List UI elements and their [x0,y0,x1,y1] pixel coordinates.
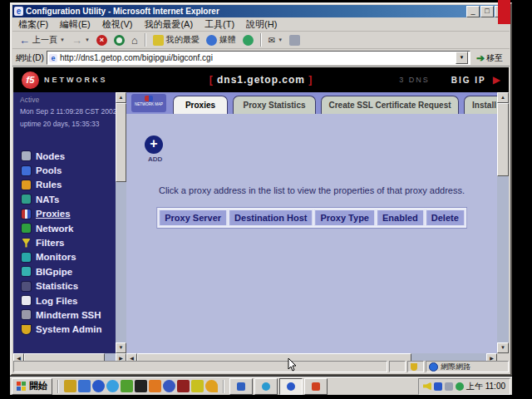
sidebar-item-pools[interactable]: Pools [22,163,113,177]
quicklaunch-icon[interactable] [92,380,105,392]
tab-proxy-statistics[interactable]: Proxy Statistics [233,96,316,114]
quicklaunch-icon[interactable] [149,380,161,392]
menu-help[interactable]: 說明(H) [240,18,283,31]
print-button[interactable] [286,34,303,47]
forward-button[interactable]: → ▼ [68,33,93,47]
column-enabled[interactable]: Enabled [377,209,424,226]
menu-file[interactable]: 檔案(F) [12,18,54,31]
main-panel: + ADD Click a proxy address in the list … [126,114,497,353]
sidebar-item-label: Nodes [36,151,65,161]
desktop: e Configuration Utility - Microsoft Inte… [10,2,512,395]
forward-dropdown-icon[interactable]: ▼ [85,37,90,42]
sidebar-item-nodes[interactable]: Nodes [22,149,113,163]
go-button[interactable]: ➔ 移至 [473,52,506,64]
quicklaunch-icon[interactable] [191,380,204,392]
sidebar-item-system-admin[interactable]: System Admin [22,323,113,337]
sidebar-item-proxies[interactable]: Proxies [22,207,113,221]
status-zone-pane: 網際網路 [426,361,509,372]
app-icon [237,382,245,391]
network-map-button[interactable]: NETWORK MAP [131,94,166,112]
mouse-cursor [288,357,298,372]
column-proxy-type[interactable]: Proxy Type [314,209,375,226]
sidebar-item-filters[interactable]: Filters [22,235,113,249]
scroll-thumb[interactable] [497,103,509,176]
sidebar-uptime: uptime 20 days, 15:35:33 [20,120,99,128]
scroll-down-icon[interactable]: ▼ [497,342,509,353]
tray-icon[interactable] [445,382,453,391]
add-button[interactable]: + [145,135,163,154]
sidebar-item-log-files[interactable]: Log Files [22,293,113,308]
print-icon [289,35,300,46]
filters-icon [22,239,31,248]
quicklaunch-icon[interactable] [106,380,119,392]
url-input[interactable]: e http://dns1.getop.com/bigipgui/bigconf… [47,51,470,65]
quicklaunch-icon[interactable] [121,380,133,392]
sidebar-item-bigpipe[interactable]: BIGpipe [22,264,113,278]
tab-proxies[interactable]: Proxies [173,96,228,114]
mail-dropdown-icon[interactable]: ▼ [278,37,283,42]
sidebar-item-statistics[interactable]: Statistics [22,279,113,293]
status-pane [389,361,406,372]
nav-bigip[interactable]: BIG IP [451,76,486,85]
sidebar-item-nats[interactable]: NATs [22,192,113,206]
sidebar-item-mindterm-ssh[interactable]: Mindterm SSH [22,308,113,322]
clock[interactable]: 上午 11:00 [466,381,505,392]
sidebar-scrollbar[interactable]: ▲ ▼ [116,92,126,353]
quicklaunch-icon[interactable] [78,380,91,392]
stop-button[interactable]: × [93,34,111,47]
scroll-up-icon[interactable]: ▲ [116,92,126,103]
start-button[interactable]: 開始 [12,378,52,395]
task-button[interactable] [254,378,278,395]
nats-icon [22,195,31,204]
tab-install-ssl-certificate[interactable]: Install SSL Certif [464,96,497,114]
media-button[interactable]: 媒體 [203,33,239,47]
refresh-button[interactable] [111,34,128,47]
url-text[interactable]: http://dns1.getop.com/bigipgui/bigconf.c… [60,53,456,62]
column-destination-host[interactable]: Destination Host [229,209,313,226]
minimize-button[interactable]: _ [466,6,480,17]
menu-view[interactable]: 檢視(V) [96,18,139,31]
sidebar-item-monitors[interactable]: Monitors [22,250,113,264]
nodes-icon [22,151,31,160]
menu-edit[interactable]: 編輯(E) [54,18,96,31]
back-icon: ← [19,34,30,47]
quicklaunch-icon[interactable] [64,380,76,392]
sidebar-item-rules[interactable]: Rules [22,178,113,192]
nav-3dns[interactable]: 3 DNS [399,76,430,84]
sidebar: Active Mon Sep 2 11:09:28 CST 2002 uptim… [13,92,126,353]
menu-tools[interactable]: 工具(T) [199,18,240,31]
volume-icon[interactable] [423,382,431,391]
task-button-active[interactable] [279,378,303,395]
screen: e Configuration Utility - Microsoft Inte… [0,0,532,399]
task-button[interactable] [229,378,253,395]
task-button[interactable] [304,378,328,395]
back-dropdown-icon[interactable]: ▼ [60,37,65,42]
tray-icon[interactable] [434,382,442,391]
mail-button[interactable]: ✉ ▼ [265,35,286,46]
sidebar-item-label: Pools [36,165,62,175]
tab-create-ssl-certificate-request[interactable]: Create SSL Certificate Request [321,96,459,114]
quicklaunch-icon[interactable] [177,380,190,392]
column-proxy-server[interactable]: Proxy Server [159,209,227,226]
scroll-down-icon[interactable]: ▼ [116,342,126,353]
quicklaunch-icon[interactable] [163,380,175,392]
nav-arrow-icon: ▶ [493,74,500,86]
url-dropdown-icon[interactable]: ▼ [456,52,468,64]
sidebar-item-network[interactable]: Network [22,221,113,235]
quicklaunch-icon[interactable] [205,380,218,392]
back-button[interactable]: ← 上一頁 ▼ [16,33,68,47]
address-bar: 網址(D) e http://dns1.getop.com/bigipgui/b… [12,50,510,66]
home-button[interactable]: ⌂ [128,33,141,47]
scroll-up-icon[interactable]: ▲ [497,92,509,103]
quicklaunch-icon[interactable] [135,380,147,392]
favorites-button[interactable]: 我的最愛 [150,33,203,47]
content-scrollbar[interactable]: ▲ ▼ [497,92,509,353]
history-button[interactable] [239,34,257,47]
tray-icon[interactable] [456,382,464,391]
maximize-button[interactable]: □ [480,6,494,17]
scroll-thumb[interactable] [116,103,126,182]
column-delete[interactable]: Delete [426,209,465,226]
rules-icon [22,180,31,190]
menu-favorites[interactable]: 我的最愛(A) [138,18,199,31]
taskbar: 開始 上午 11:00 [10,377,512,395]
